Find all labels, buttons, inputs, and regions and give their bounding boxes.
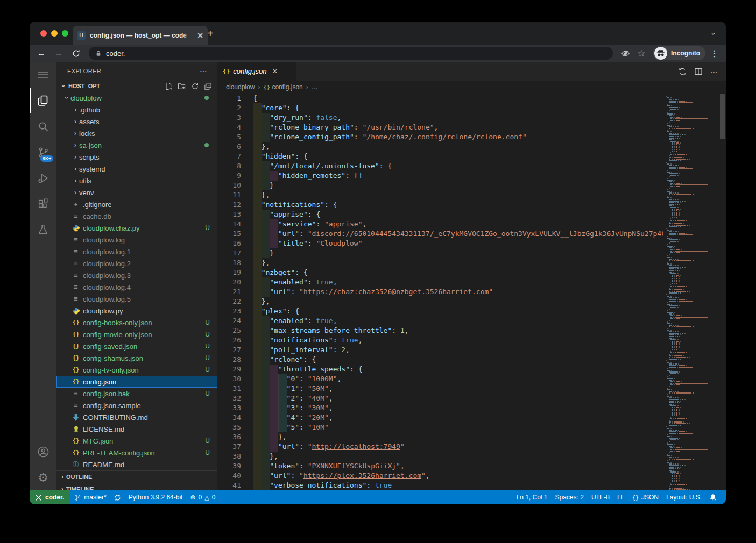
tree-item-mtg-json[interactable]: {}MTG.jsonU (56, 435, 217, 447)
menu-icon[interactable] (30, 62, 56, 88)
outline-section-header[interactable]: › OUTLINE (56, 470, 217, 483)
code-line-35[interactable]: 35"5": "10M" (217, 423, 663, 432)
tree-item-config-movie-only-json[interactable]: {}config-movie-only.jsonU (56, 328, 217, 340)
code-line-2[interactable]: 2"core": { (217, 103, 663, 113)
tree-item-cloudplow-log-1[interactable]: ≡cloudplow.log.1 (56, 246, 217, 258)
tree-item-readme-md[interactable]: ⓘREADME.md (56, 459, 217, 470)
code-line-8[interactable]: 8"/mnt/local/.unionfs-fuse": { (217, 161, 663, 171)
tree-item-systemd[interactable]: ›systemd (56, 163, 217, 175)
status-indentation[interactable]: Spaces: 2 (552, 490, 588, 504)
tree-item-cloudplow-chaz-py[interactable]: cloudplow.chaz.pyU (56, 222, 217, 234)
code-line-25[interactable]: 25"max_streams_before_throttle": 1, (217, 326, 663, 335)
address-bar[interactable]: coder. (89, 47, 613, 60)
code-line-30[interactable]: 30"0": "1000M", (217, 374, 663, 384)
code-line-36[interactable]: 36}, (217, 432, 663, 442)
status-keyboard-layout[interactable]: Layout: U.S. (662, 490, 705, 504)
tree-item-assets[interactable]: ›assets (56, 116, 217, 127)
code-line-17[interactable]: 17} (217, 248, 663, 258)
editor-scrollbar[interactable] (719, 94, 726, 490)
new-file-icon[interactable] (165, 82, 173, 90)
code-line-7[interactable]: 7"hidden": { (217, 152, 663, 161)
code-editor[interactable]: 1{2"core": {3"dry_run": false,4"rclone_b… (217, 94, 726, 490)
code-line-11[interactable]: 11}, (217, 190, 663, 200)
breadcrumb-item[interactable]: … (312, 83, 318, 91)
tree-item-venv[interactable]: ›venv (56, 187, 217, 198)
tree-item-cloudplow[interactable]: ›cloudplow (56, 92, 217, 104)
source-control-icon[interactable]: 9K+ (30, 139, 56, 165)
accounts-icon[interactable] (30, 439, 56, 465)
status-language-mode[interactable]: {}JSON (628, 490, 662, 504)
code-line-40[interactable]: 40"url": "https://plex.3526harriet.com", (217, 471, 663, 481)
code-line-32[interactable]: 32"2": "40M", (217, 394, 663, 403)
tree-item-contributing-md[interactable]: CONTRIBUTING.md (56, 411, 217, 423)
code-line-21[interactable]: 21"url": "https://chaz:chaz3526@nzbget.3… (217, 287, 663, 297)
tree-item-cloudplow-log[interactable]: ≡cloudplow.log (56, 234, 217, 246)
reload-button[interactable] (68, 46, 83, 61)
explorer-more-actions-icon[interactable]: ⋯ (200, 67, 208, 75)
tree-item--github[interactable]: ›.github (56, 104, 217, 116)
breadcrumb-item[interactable]: cloudplow (226, 83, 255, 91)
code-line-20[interactable]: 20"enabled": true, (217, 277, 663, 287)
tree-item-config-json-bak[interactable]: ≡config.json.bakU (56, 388, 217, 399)
editor-more-actions-icon[interactable]: ⋯ (710, 67, 718, 76)
tree-item-scripts[interactable]: ›scripts (56, 151, 217, 163)
open-changes-icon[interactable] (678, 67, 687, 76)
code-line-6[interactable]: 6}, (217, 142, 663, 152)
tree-item-cloudplow-log-4[interactable]: ≡cloudplow.log.4 (56, 281, 217, 293)
close-window-button[interactable] (40, 30, 47, 37)
split-editor-icon[interactable] (694, 67, 703, 76)
refresh-icon[interactable] (191, 82, 199, 90)
code-line-38[interactable]: 38}, (217, 452, 663, 461)
code-line-41[interactable]: 41"verbose_notifications": true (217, 481, 663, 490)
code-line-15[interactable]: 15"url": "discord://650104445434331137/_… (217, 229, 663, 239)
back-button[interactable]: ← (34, 46, 49, 61)
code-line-24[interactable]: 24"enabled": true, (217, 316, 663, 326)
tree-item-utils[interactable]: ›utils (56, 175, 217, 187)
tree-item-pre-team-config-json[interactable]: {}PRE-TEAM-config.jsonU (56, 447, 217, 459)
code-line-27[interactable]: 27"poll_interval": 2, (217, 345, 663, 355)
code-line-34[interactable]: 34"4": "20M", (217, 413, 663, 423)
tree-item--gitignore[interactable]: ◆.gitignore (56, 198, 217, 210)
tree-item-config-tv-only-json[interactable]: {}config-tv-only.jsonU (56, 364, 217, 376)
code-line-16[interactable]: 16"title": "Cloudplow" (217, 239, 663, 248)
maximize-window-button[interactable] (62, 30, 68, 37)
code-line-13[interactable]: 13"apprise": { (217, 210, 663, 219)
timeline-section-header[interactable]: › TIMELINE (56, 483, 217, 490)
browser-tab[interactable]: {} config.json — host_opt — code ✕ (73, 26, 208, 45)
tree-item-cache-db[interactable]: ≡cache.db (56, 210, 217, 222)
code-line-18[interactable]: 18}, (217, 258, 663, 268)
explorer-icon[interactable] (30, 88, 56, 113)
breadcrumb-item[interactable]: {}config.json (263, 83, 302, 91)
tab-search-chevron-icon[interactable]: ⌄ (710, 28, 716, 37)
tree-item-config-books-only-json[interactable]: {}config-books-only.jsonU (56, 317, 217, 328)
tree-item-config-json[interactable]: {}config.json (56, 376, 217, 388)
tree-item-license-md[interactable]: LICENSE.md (56, 423, 217, 435)
status-git-branch[interactable]: master* (70, 490, 110, 504)
code-line-33[interactable]: 33"3": "30M", (217, 403, 663, 413)
run-debug-icon[interactable] (30, 165, 56, 191)
code-line-29[interactable]: 29"throttle_speeds": { (217, 365, 663, 374)
code-line-3[interactable]: 3"dry_run": false, (217, 113, 663, 123)
code-line-26[interactable]: 26"notifications": true, (217, 335, 663, 345)
tree-item-config-json-sample[interactable]: ≡config.json.sample (56, 399, 217, 411)
code-line-9[interactable]: 9"hidden_remotes": [] (217, 171, 663, 181)
status-eol[interactable]: LF (613, 490, 628, 504)
tree-item-cloudplow-py[interactable]: cloudplow.py (56, 305, 217, 317)
tree-item-sa-json[interactable]: ›sa-json (56, 139, 217, 151)
code-line-5[interactable]: 5"rclone_config_path": "/home/chaz/.conf… (217, 132, 663, 142)
scrollbar-thumb[interactable] (720, 94, 725, 139)
status-remote-indicator[interactable]: coder. (30, 490, 70, 504)
code-line-31[interactable]: 31"1": "50M", (217, 384, 663, 394)
status-encoding[interactable]: UTF-8 (588, 490, 613, 504)
tree-item-cloudplow-log-2[interactable]: ≡cloudplow.log.2 (56, 258, 217, 269)
tree-item-config-saved-json[interactable]: {}config-saved.jsonU (56, 340, 217, 352)
status-problems[interactable]: ⊗0△0 (186, 490, 219, 504)
code-line-23[interactable]: 23"plex": { (217, 306, 663, 316)
tree-item-locks[interactable]: ›locks (56, 127, 217, 139)
password-eye-off-icon[interactable] (618, 46, 632, 60)
tree-item-cloudplow-log-3[interactable]: ≡cloudplow.log.3 (56, 269, 217, 281)
extensions-icon[interactable] (30, 191, 56, 217)
status-python-version[interactable]: Python 3.9.2 64-bit (125, 490, 187, 504)
bookmark-star-icon[interactable]: ☆ (634, 46, 648, 60)
workspace-section-header[interactable]: › HOST_OPT (56, 80, 217, 92)
